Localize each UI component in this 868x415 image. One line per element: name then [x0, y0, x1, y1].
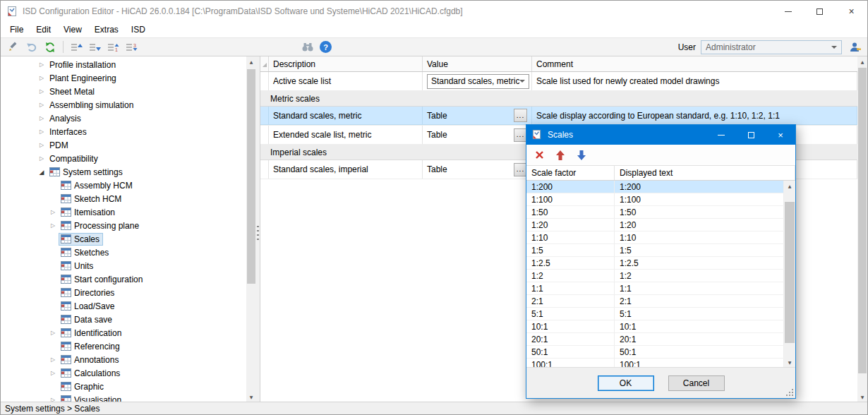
- expand-arrow-icon[interactable]: ▷: [36, 142, 47, 148]
- scale-row-10-1[interactable]: 10:110:1: [526, 320, 784, 333]
- column-header-displayed-text[interactable]: Displayed text: [615, 166, 795, 180]
- scale-row-1-2[interactable]: 1:21:2: [526, 270, 784, 282]
- scroll-up-icon[interactable]: ▲: [246, 56, 256, 66]
- scale-row-1-50[interactable]: 1:501:50: [526, 206, 784, 219]
- scroll-down-icon[interactable]: ▼: [857, 392, 867, 402]
- tree-item-data-save[interactable]: Data save: [1, 313, 246, 326]
- scale-row-50-1[interactable]: 50:150:1: [526, 346, 784, 359]
- tree-item-calculations[interactable]: ▷Calculations: [1, 366, 246, 380]
- cancel-button[interactable]: Cancel: [668, 375, 725, 391]
- ok-button[interactable]: OK: [598, 375, 654, 391]
- collapse-arrow-icon[interactable]: ◢: [36, 169, 47, 176]
- help-icon[interactable]: ?: [318, 39, 334, 55]
- tree-item-sketch-hcm[interactable]: Sketch HCM: [1, 192, 246, 205]
- tree-item-processing-plane[interactable]: ▷Processing plane: [1, 219, 246, 232]
- dialog-close-button[interactable]: ×: [766, 125, 795, 145]
- tree-item-units[interactable]: Units: [1, 259, 246, 272]
- menu-isd[interactable]: ISD: [125, 23, 152, 37]
- tree-item-compatibility[interactable]: ▷Compatibility: [1, 152, 246, 165]
- edit-pencil-icon[interactable]: [5, 39, 21, 55]
- dialog-minimize-button[interactable]: [706, 125, 736, 145]
- column-header-comment[interactable]: Comment: [532, 56, 857, 71]
- move-up-icon[interactable]: [553, 148, 567, 162]
- user-manager-icon[interactable]: [847, 39, 863, 55]
- tree-item-referencing[interactable]: Referencing: [1, 339, 246, 353]
- expand-all-icon[interactable]: [68, 39, 85, 55]
- tree-item-annotations[interactable]: ▷Annotations: [1, 353, 246, 366]
- menu-extras[interactable]: Extras: [88, 23, 125, 37]
- settings-row-standard-scales-metric[interactable]: Standard scales, metricTable...Scale dis…: [260, 107, 857, 126]
- tree-item-profile-installation[interactable]: ▷Profile installation: [1, 58, 246, 71]
- scale-row-2-1[interactable]: 2:12:1: [526, 295, 784, 308]
- value-dropdown[interactable]: Standard scales, metric: [427, 74, 529, 89]
- tree-scrollbar-track[interactable]: [246, 66, 256, 392]
- main-scrollbar-thumb[interactable]: [858, 68, 867, 373]
- tree-item-analysis[interactable]: ▷Analysis: [1, 112, 246, 125]
- tree-item-start-configuration[interactable]: Start configuration: [1, 272, 246, 286]
- scroll-down-icon[interactable]: ▼: [785, 357, 795, 367]
- tree-item-visualisation[interactable]: ▷Visualisation: [1, 393, 246, 402]
- open-table-button[interactable]: ...: [514, 109, 527, 122]
- scale-row-1-5[interactable]: 1:51:5: [526, 244, 784, 257]
- menu-edit[interactable]: Edit: [30, 23, 57, 37]
- tree-item-graphic[interactable]: Graphic: [1, 380, 246, 393]
- column-header-scale-factor[interactable]: Scale factor: [526, 166, 615, 180]
- tree-item-identification[interactable]: ▷Identification: [1, 326, 246, 339]
- expand-arrow-icon[interactable]: ▷: [47, 209, 59, 215]
- expand-arrow-icon[interactable]: ▷: [36, 102, 47, 108]
- expand-arrow-icon[interactable]: ▷: [47, 370, 59, 376]
- refresh-icon[interactable]: [42, 39, 58, 55]
- tree-item-assembly-hcm[interactable]: Assembly HCM: [1, 179, 246, 192]
- scroll-up-icon[interactable]: ▲: [785, 181, 795, 191]
- collapse-all-icon[interactable]: [87, 39, 103, 55]
- tree-item-sketches[interactable]: Sketches: [1, 246, 246, 259]
- expand-arrow-icon[interactable]: ▷: [36, 75, 47, 81]
- expand-arrow-icon[interactable]: ▷: [36, 61, 47, 68]
- panel-splitter[interactable]: [256, 56, 260, 402]
- close-button[interactable]: ×: [836, 1, 867, 22]
- collapse-level-icon[interactable]: 3: [123, 39, 140, 55]
- expand-arrow-icon[interactable]: ▷: [47, 222, 59, 229]
- settings-row-active-scale-list[interactable]: Active scale listStandard scales, metric…: [260, 72, 857, 91]
- tree-item-pdm[interactable]: ▷PDM: [1, 138, 246, 152]
- dialog-scrollbar-track[interactable]: [784, 191, 795, 357]
- undo-icon[interactable]: [23, 39, 40, 55]
- tree-item-assembling-simulation[interactable]: ▷Assembling simulation: [1, 98, 246, 112]
- expand-arrow-icon[interactable]: ▷: [36, 88, 47, 95]
- dialog-titlebar[interactable]: Scales ×: [526, 125, 795, 145]
- expand-arrow-icon[interactable]: ▷: [47, 356, 59, 363]
- tree-item-load-save[interactable]: Load/Save: [1, 299, 246, 313]
- tree-item-plant-engineering[interactable]: ▷Plant Engineering: [1, 71, 246, 85]
- tree-item-directories[interactable]: Directories: [1, 286, 246, 299]
- scroll-down-icon[interactable]: ▼: [246, 392, 256, 402]
- move-down-icon[interactable]: [574, 148, 589, 162]
- tree-scrollbar[interactable]: ▲ ▼: [246, 56, 256, 402]
- maximize-button[interactable]: [804, 1, 836, 22]
- resize-grip[interactable]: [785, 388, 794, 397]
- scroll-up-icon[interactable]: ▲: [857, 56, 867, 66]
- scale-row-20-1[interactable]: 20:120:1: [526, 333, 784, 346]
- scale-row-1-200[interactable]: 1:2001:200: [526, 181, 784, 193]
- expand-level-icon[interactable]: 1: [105, 39, 121, 55]
- scale-row-1-100[interactable]: 1:1001:100: [526, 193, 784, 206]
- expand-arrow-icon[interactable]: ▷: [47, 397, 59, 402]
- tree-item-interfaces[interactable]: ▷Interfaces: [1, 125, 246, 138]
- scale-row-1-1[interactable]: 1:11:1: [526, 282, 784, 295]
- expand-arrow-icon[interactable]: ▷: [36, 155, 47, 162]
- column-header-description[interactable]: Description: [269, 56, 423, 71]
- dialog-maximize-button[interactable]: [736, 125, 766, 145]
- tree-item-itemisation[interactable]: ▷Itemisation: [1, 205, 246, 219]
- search-binoculars-icon[interactable]: [299, 39, 315, 55]
- scale-row-5-1[interactable]: 5:15:1: [526, 308, 784, 320]
- scale-row-1-20[interactable]: 1:201:20: [526, 219, 784, 231]
- dialog-scrollbar-thumb[interactable]: [785, 202, 795, 343]
- dialog-scrollbar[interactable]: ▲ ▼: [784, 181, 795, 367]
- expand-arrow-icon[interactable]: ▷: [36, 115, 47, 121]
- tree-item-system-settings[interactable]: ◢System settings: [1, 165, 246, 179]
- menu-view[interactable]: View: [57, 23, 88, 37]
- tree-scrollbar-thumb[interactable]: [247, 69, 255, 284]
- expand-arrow-icon[interactable]: ▷: [47, 330, 59, 336]
- main-scrollbar[interactable]: ▲ ▼: [857, 56, 867, 402]
- scale-row-1-10[interactable]: 1:101:10: [526, 231, 784, 244]
- menu-file[interactable]: File: [4, 23, 30, 37]
